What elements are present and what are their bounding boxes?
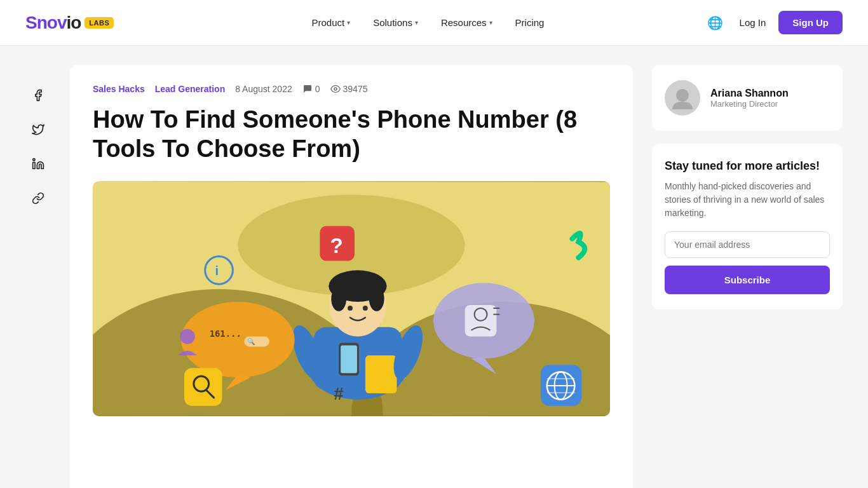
chevron-down-icon: ▾ — [489, 19, 492, 26]
linkedin-share-button[interactable] — [27, 152, 50, 175]
svg-point-11 — [331, 286, 346, 311]
nav-actions: 🌐 Log In Sign Up — [704, 11, 843, 34]
svg-point-20 — [181, 302, 295, 377]
article-hero-image: 161... 🔍 i — [93, 181, 610, 416]
tag-lead-generation[interactable]: Lead Generation — [155, 84, 225, 94]
svg-text:?: ? — [330, 233, 343, 257]
svg-rect-17 — [365, 356, 397, 394]
svg-text:🔍: 🔍 — [247, 338, 255, 346]
chevron-down-icon: ▾ — [415, 19, 418, 26]
page-wrap: Sales Hacks Lead Generation 8 August 202… — [0, 46, 868, 488]
subscribe-button[interactable]: Subscribe — [665, 266, 830, 294]
svg-text:i: i — [215, 264, 219, 278]
svg-point-14 — [363, 306, 368, 311]
right-sidebar: Ariana Shannon Marketing Director Stay t… — [652, 65, 843, 488]
author-card: Ariana Shannon Marketing Director — [652, 65, 843, 131]
newsletter-card: Stay tuned for more articles! Monthly ha… — [652, 144, 843, 309]
svg-rect-29 — [184, 368, 222, 406]
nav-item-pricing[interactable]: Pricing — [515, 17, 545, 28]
facebook-share-button[interactable] — [27, 84, 50, 107]
hero-illustration: 161... 🔍 i — [93, 181, 610, 416]
copy-link-button[interactable] — [27, 187, 50, 210]
svg-point-45 — [676, 89, 689, 102]
logo[interactable]: Snovio LABS — [25, 13, 114, 33]
email-input[interactable] — [665, 231, 830, 258]
chevron-down-icon: ▾ — [347, 19, 350, 26]
social-sidebar — [25, 65, 51, 488]
newsletter-title: Stay tuned for more articles! — [665, 159, 830, 173]
nav-item-solutions[interactable]: Solutions ▾ — [373, 17, 418, 28]
twitter-share-button[interactable] — [27, 118, 50, 141]
svg-point-1 — [33, 159, 35, 161]
author-name: Ariana Shannon — [710, 88, 789, 99]
signup-button[interactable]: Sign Up — [778, 11, 843, 34]
article-views: 39475 — [330, 84, 368, 94]
author-avatar — [665, 80, 700, 116]
article-date: 8 August 2022 — [235, 84, 292, 94]
svg-text:161...: 161... — [210, 329, 241, 339]
logo-text: Snovio — [25, 13, 81, 33]
nav-links: Product ▾ Solutions ▾ Resources ▾ Pricin… — [152, 17, 703, 28]
author-role: Marketing Director — [710, 99, 789, 109]
svg-text:#: # — [334, 384, 343, 403]
article-comments: 0 — [302, 84, 320, 94]
svg-rect-16 — [341, 346, 357, 374]
article-title: How To Find Someone's Phone Number (8 To… — [93, 105, 610, 163]
author-info: Ariana Shannon Marketing Director — [710, 88, 789, 109]
nav-item-product[interactable]: Product ▾ — [311, 17, 350, 28]
svg-point-37 — [180, 329, 195, 344]
comment-icon — [302, 84, 313, 94]
labs-badge: LABS — [85, 17, 114, 29]
svg-point-13 — [348, 306, 353, 311]
svg-point-12 — [369, 286, 384, 311]
eye-icon — [330, 84, 341, 94]
login-button[interactable]: Log In — [740, 17, 766, 28]
svg-rect-0 — [33, 163, 35, 169]
article: Sales Hacks Lead Generation 8 August 202… — [70, 65, 633, 488]
nav-item-resources[interactable]: Resources ▾ — [441, 17, 492, 28]
svg-point-2 — [334, 88, 337, 90]
newsletter-description: Monthly hand-picked discoveries and stor… — [665, 180, 830, 220]
tag-sales-hacks[interactable]: Sales Hacks — [93, 84, 145, 94]
globe-icon: 🌐 — [707, 15, 723, 30]
article-meta: Sales Hacks Lead Generation 8 August 202… — [93, 84, 610, 94]
language-button[interactable]: 🌐 — [704, 11, 727, 34]
navbar: Snovio LABS Product ▾ Solutions ▾ Resour… — [0, 0, 868, 46]
